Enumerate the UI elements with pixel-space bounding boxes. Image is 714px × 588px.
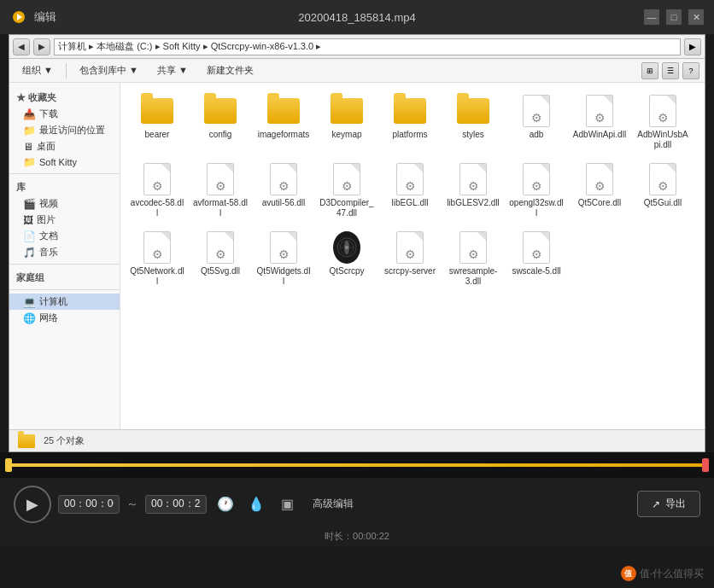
file-name: libEGL.dll (392, 198, 429, 208)
file-item[interactable]: ⚙ libEGL.dll (380, 158, 440, 223)
dll-icon: ⚙ (586, 163, 613, 195)
sidebar-item-recent[interactable]: 📁 最近访问的位置 (9, 122, 120, 138)
dll-icon: ⚙ (143, 231, 171, 264)
file-name: avutil-56.dll (262, 198, 306, 208)
file-item[interactable]: ⚙ Qt5Svg.dll (190, 226, 250, 291)
organize-button[interactable]: 组织 ▼ (15, 61, 61, 80)
sidebar-item-computer[interactable]: 💻 计算机 (9, 294, 120, 310)
homegroup-label: 家庭组 (9, 268, 120, 286)
dll-gear-icon: ⚙ (278, 247, 290, 261)
file-icon-wrapper: ⚙ (646, 94, 680, 128)
file-item[interactable]: ⚙ avutil-56.dll (254, 158, 313, 223)
time-separator: ～ (126, 497, 138, 512)
file-item[interactable]: imageformats (254, 90, 313, 154)
file-item[interactable]: ⚙ opengl32sw.dll (506, 158, 566, 223)
timeline-track[interactable] (9, 463, 705, 467)
file-item[interactable]: styles (443, 90, 503, 154)
sidebar-item-download[interactable]: 📥 下载 (9, 106, 120, 122)
forward-button[interactable]: ▶ (33, 38, 50, 55)
file-item[interactable]: ⚙ Qt5Gui.dll (633, 158, 693, 223)
file-item[interactable]: ⚙ D3Dcompiler_47.dll (317, 158, 377, 223)
dll-icon: ⚙ (459, 163, 487, 195)
file-name: Qt5Core.dll (578, 198, 622, 208)
file-item[interactable]: ⚙ scrcpy-server (380, 226, 440, 291)
file-item[interactable]: ⚙ swscale-5.dll (506, 226, 566, 291)
file-name: Qt5Widgets.dll (256, 266, 311, 287)
file-name: AdbWinUsbApi.dll (635, 130, 690, 150)
file-name: platforms (392, 130, 427, 140)
sidebar-item-soft-kitty[interactable]: 📁 Soft Kitty (9, 154, 120, 170)
music-icon: 🎵 (23, 247, 36, 259)
file-item[interactable]: platforms (380, 90, 440, 154)
file-name: D3Dcompiler_47.dll (319, 198, 374, 218)
file-item[interactable]: ⚙ avcodec-58.dll (127, 158, 187, 223)
file-name: libGLESV2.dll (447, 198, 500, 208)
help-button[interactable]: ? (682, 62, 699, 79)
file-item[interactable]: ⚙ libGLESV2.dll (443, 158, 503, 223)
end-time-input[interactable] (145, 495, 207, 514)
dll-gear-icon: ⚙ (531, 247, 542, 261)
file-item[interactable]: config (190, 90, 250, 154)
file-item[interactable]: bearer (127, 90, 187, 154)
view-btn-1[interactable]: ⊞ (641, 62, 658, 79)
file-item[interactable]: ⚙ avformat-58.dll (190, 158, 250, 223)
include-library-button[interactable]: 包含到库中 ▼ (72, 61, 146, 80)
file-icon-wrapper: ⚙ (393, 230, 427, 265)
timeline-handle-right[interactable] (702, 458, 709, 472)
sidebar-item-desktop[interactable]: 🖥 桌面 (9, 138, 120, 154)
desktop-icon: 🖥 (23, 141, 33, 153)
file-icon-wrapper: ⚙ (140, 230, 174, 265)
file-item[interactable]: keymap (317, 90, 377, 154)
file-name: swscale-5.dll (512, 266, 560, 277)
maximize-button[interactable]: □ (666, 9, 682, 25)
file-name: Qt5Network.dll (130, 266, 184, 287)
folder-icon (331, 98, 363, 124)
export-label: 导出 (665, 497, 686, 511)
back-button[interactable]: ◀ (13, 38, 30, 55)
minimize-button[interactable]: — (644, 9, 659, 25)
file-item[interactable]: ⚙ AdbWinUsbApi.dll (633, 90, 693, 154)
file-item[interactable]: ⚙ Qt5Network.dll (127, 226, 187, 291)
play-button[interactable]: ▶ (14, 486, 51, 523)
export-button[interactable]: ↗ 导出 (637, 491, 700, 517)
file-item[interactable]: ⚙ Qt5Core.dll (570, 158, 629, 223)
file-icon-wrapper (140, 94, 174, 128)
exe-icon (333, 231, 360, 264)
go-button[interactable]: ▶ (684, 38, 701, 55)
advanced-edit-button[interactable]: 高级编辑 (306, 493, 360, 515)
file-item[interactable]: ⚙ Qt5Widgets.dll (254, 226, 313, 291)
sidebar-item-network[interactable]: 🌐 网络 (9, 310, 120, 326)
file-icon-wrapper: ⚙ (330, 162, 364, 196)
drop-icon-button[interactable]: 💧 (244, 492, 268, 516)
file-item[interactable]: ⚙ swresample-3.dll (443, 226, 503, 291)
file-name: keymap (331, 130, 361, 140)
sidebar-item-music[interactable]: 🎵 音乐 (9, 244, 120, 260)
file-icon-wrapper: ⚙ (582, 94, 617, 128)
dll-gear-icon: ⚙ (594, 179, 606, 193)
file-name: avcodec-58.dll (130, 198, 184, 218)
file-name: config (209, 130, 232, 140)
file-icon-wrapper (266, 94, 301, 128)
start-time-input[interactable] (58, 495, 120, 514)
clock-icon-button[interactable]: 🕐 (214, 492, 237, 516)
sidebar-item-documents[interactable]: 📄 文档 (9, 228, 120, 244)
folder-icon (141, 98, 173, 124)
view-btn-2[interactable]: ☰ (662, 62, 679, 79)
file-item[interactable]: ⚙ AdbWinApi.dll (570, 90, 629, 154)
file-count: 25 个对象 (44, 434, 85, 447)
file-name: QtScrcpy (329, 266, 364, 277)
timeline-handle-left[interactable] (5, 458, 12, 472)
dll-icon: ⚙ (586, 95, 613, 127)
close-button[interactable]: ✕ (688, 9, 704, 25)
softkitty-icon: 📁 (23, 156, 36, 168)
crop-icon-button[interactable]: ▣ (275, 492, 299, 516)
file-item[interactable]: QtScrcpy (317, 226, 377, 291)
dll-gear-icon: ⚙ (531, 179, 542, 193)
address-path[interactable]: 计算机 ▸ 本地磁盘 (C:) ▸ Soft Kitty ▸ QtScrcpy-… (54, 38, 681, 55)
share-button[interactable]: 共享 ▼ (149, 61, 196, 80)
new-folder-button[interactable]: 新建文件夹 (199, 61, 261, 80)
sidebar-item-video[interactable]: 🎬 视频 (9, 195, 120, 212)
controls-row: ▶ ～ 🕐 💧 ▣ 高级编辑 ↗ 导出 (0, 478, 714, 530)
file-item[interactable]: ⚙ adb (506, 90, 566, 154)
sidebar-item-pictures[interactable]: 🖼 图片 (9, 212, 120, 228)
